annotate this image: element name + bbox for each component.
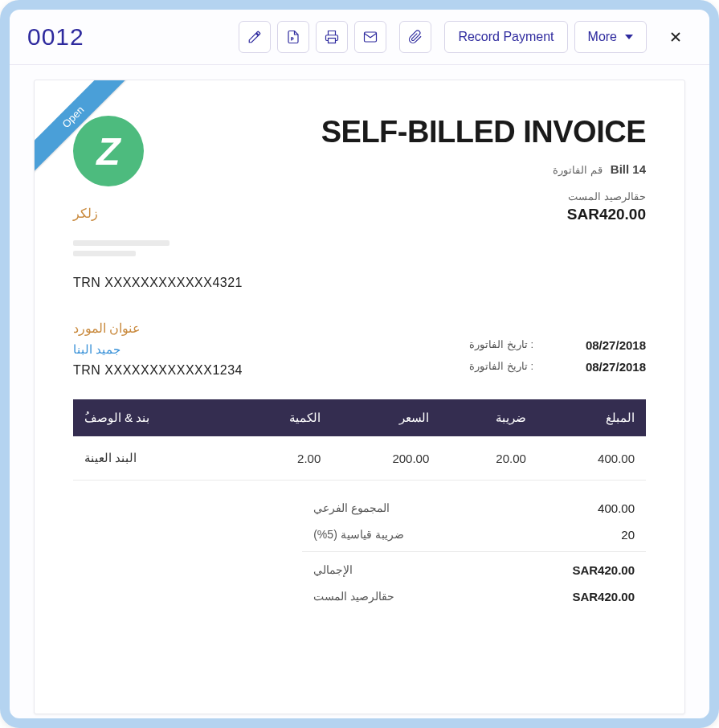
placeholder-line (73, 251, 136, 256)
col-item: ُبند & الوصف (73, 399, 234, 436)
status-ribbon: Open (35, 80, 139, 185)
balance-value: SAR420.00 (572, 590, 635, 603)
mail-icon (363, 30, 378, 44)
svg-rect-1 (365, 32, 377, 42)
total-row: الإجمالي SAR420.00 (302, 551, 646, 583)
more-button[interactable]: More (574, 21, 647, 53)
chevron-down-icon (625, 35, 633, 39)
more-label: More (588, 30, 617, 44)
line-items-table: ُبند & الوصف الكمية السعر ضريبة المبلغ ا… (73, 399, 646, 481)
cell-qty: 2.00 (234, 436, 332, 481)
invoice-title: SELF-BILLED INVOICE (321, 116, 646, 149)
supplier-heading: عنوان المورد (73, 321, 243, 336)
table-header-row: ُبند & الوصف الكمية السعر ضريبة المبلغ (73, 399, 646, 436)
subtotal-row: المجموع الفرعي 400.00 (302, 495, 646, 521)
col-amount: المبلغ (537, 399, 646, 436)
print-button[interactable] (316, 21, 348, 53)
subtotal-value: 400.00 (598, 501, 635, 515)
printer-icon (325, 30, 339, 44)
placeholder-line (73, 240, 170, 246)
invoice-date: 08/27/2018 (566, 338, 646, 352)
balance-due-amount: SAR420.00 (321, 206, 646, 223)
pdf-button[interactable] (277, 21, 309, 53)
invoice-paper: Open Z زلكر TRN XXXXXXXXXXXX4321 SELF-BI… (34, 80, 685, 714)
invoice-date-row: تاريخ الفاتورة : 08/27/2018 (469, 338, 646, 352)
balance-row: حقالرصيد المست SAR420.00 (302, 583, 646, 610)
supplier-name-link[interactable]: جميد البنا (73, 342, 243, 357)
company-trn: TRN XXXXXXXXXXXX4321 (73, 276, 243, 290)
edit-button[interactable] (239, 21, 271, 53)
window-frame: 0012 Record Payment More Open (0, 0, 719, 728)
balance-due-label: حقالرصيد المست (321, 190, 646, 202)
document-number: 0012 (27, 23, 84, 51)
email-button[interactable] (354, 21, 386, 53)
supplier-trn: TRN XXXXXXXXXXXX1234 (73, 363, 243, 378)
bill-number-row: قم الفاتورة Bill 14 (321, 162, 646, 176)
total-value: SAR420.00 (572, 563, 635, 577)
company-name: زلكر (73, 206, 243, 221)
cell-rate: 200.00 (332, 436, 440, 481)
tax-row: ضريبة قياسية (5%) 20 (302, 521, 646, 548)
attach-button[interactable] (399, 21, 431, 53)
topbar: 0012 Record Payment More (10, 10, 709, 65)
cell-item: البند العينة (73, 436, 234, 481)
col-rate: السعر (332, 399, 440, 436)
due-date: 08/27/2018 (566, 360, 646, 374)
tax-value: 20 (621, 528, 635, 542)
svg-rect-0 (329, 39, 336, 43)
close-button[interactable] (660, 21, 692, 53)
totals-section: المجموع الفرعي 400.00 ضريبة قياسية (5%) … (302, 495, 646, 610)
due-date-row: تاريخ الفاتورة : 08/27/2018 (469, 360, 646, 374)
col-tax: ضريبة (440, 399, 537, 436)
record-payment-label: Record Payment (458, 30, 554, 44)
bill-number: Bill 14 (611, 162, 646, 176)
pencil-icon (247, 30, 262, 44)
status-badge: Open (35, 80, 132, 176)
table-row: البند العينة 2.00 200.00 20.00 400.00 (73, 436, 646, 481)
file-pdf-icon (286, 30, 300, 44)
close-icon (668, 29, 684, 45)
record-payment-button[interactable]: Record Payment (444, 21, 567, 53)
paperclip-icon (408, 30, 423, 44)
col-qty: الكمية (234, 399, 332, 436)
cell-amount: 400.00 (537, 436, 646, 481)
cell-tax: 20.00 (440, 436, 537, 481)
